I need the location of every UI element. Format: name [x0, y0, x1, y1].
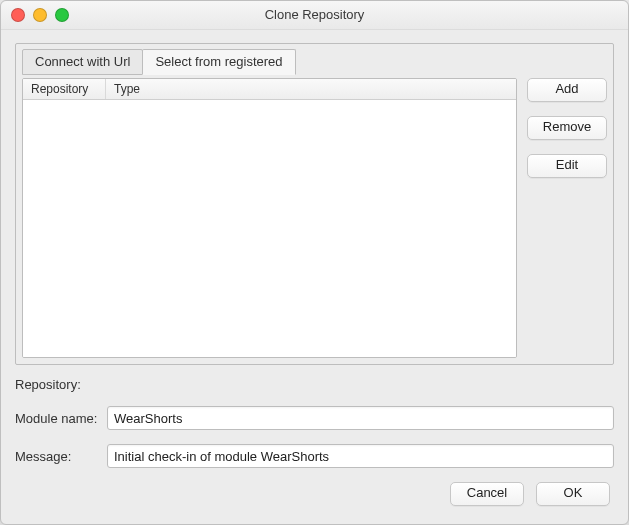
column-header-type[interactable]: Type [106, 79, 516, 99]
ok-button[interactable]: OK [536, 482, 610, 506]
repository-label: Repository: [15, 377, 107, 392]
table-header: Repository Type [23, 79, 516, 100]
row-repository: Repository: [15, 377, 614, 392]
dialog-content: Connect with Url Select from registered … [1, 29, 628, 524]
table-body-empty [23, 100, 516, 358]
dialog-footer: Cancel OK [450, 482, 610, 506]
tabs-row: Connect with Url Select from registered [16, 43, 613, 75]
row-module-name: Module name: [15, 406, 614, 430]
message-label: Message: [15, 449, 107, 464]
cancel-button[interactable]: Cancel [450, 482, 524, 506]
tabbed-panel: Connect with Url Select from registered … [15, 43, 614, 365]
dialog-window: Clone Repository Connect with Url Select… [0, 0, 629, 525]
tab-connect-with-url[interactable]: Connect with Url [22, 49, 143, 75]
remove-button[interactable]: Remove [527, 116, 607, 140]
titlebar: Clone Repository [1, 1, 628, 30]
module-name-label: Module name: [15, 411, 107, 426]
repository-table[interactable]: Repository Type [22, 78, 517, 358]
add-button[interactable]: Add [527, 78, 607, 102]
side-buttons: Add Remove Edit [527, 78, 607, 358]
tab-body-select-from-registered: Repository Type Add Remove Edit [22, 78, 607, 358]
edit-button[interactable]: Edit [527, 154, 607, 178]
tab-select-from-registered[interactable]: Select from registered [142, 49, 295, 75]
form-area: Repository: Module name: Message: [15, 377, 614, 468]
message-input[interactable] [107, 444, 614, 468]
row-message: Message: [15, 444, 614, 468]
module-name-input[interactable] [107, 406, 614, 430]
column-header-repository[interactable]: Repository [23, 79, 106, 99]
window-title: Clone Repository [1, 1, 628, 29]
